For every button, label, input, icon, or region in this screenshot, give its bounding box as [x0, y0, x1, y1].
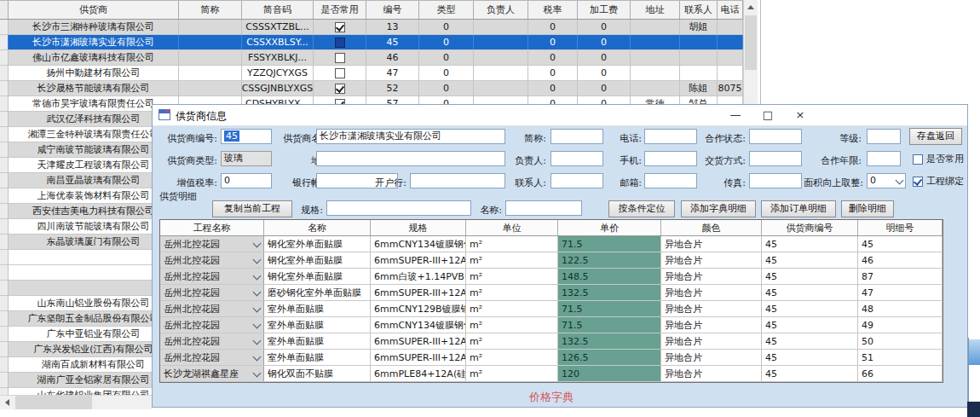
project-combo[interactable]: 岳州北控花园: [160, 252, 264, 268]
locate-button[interactable]: 按条件定位: [608, 200, 675, 217]
price-cell[interactable]: 71.5: [558, 317, 661, 333]
manager-input[interactable]: [551, 151, 603, 166]
project-combo[interactable]: 岳州北控花园: [160, 269, 264, 284]
save-return-button[interactable]: 存盘返回: [909, 128, 962, 145]
project-combo[interactable]: 岳州北控花园: [160, 285, 264, 300]
grade-input[interactable]: [867, 129, 901, 144]
contact-input[interactable]: [551, 173, 603, 188]
detail-column-header[interactable]: 供货商编号: [762, 220, 858, 235]
supplier-row[interactable]: 长沙市三湘特种玻璃有限公司CSSSXTZBL...13000胡姐: [0, 20, 757, 35]
grid-cell: CSSGJNBLYXGS: [242, 81, 314, 96]
checkbox[interactable]: [335, 53, 345, 63]
detail-column-header[interactable]: 单价: [558, 220, 661, 235]
grid-column-header[interactable]: 负责人: [474, 1, 528, 19]
supplier-row[interactable]: 长沙市潇湘玻璃实业有限公司CSSXXBLSY...45000: [0, 35, 757, 50]
detail-row[interactable]: 长沙龙湖祺鑫星座钢化双面不贴膜6mmPLE84+12A(硅酮胶...m²120异…: [160, 366, 943, 382]
supplier-row[interactable]: 佛山市亿鑫玻璃科技有限公司FSSYXBLKJ...46000: [0, 50, 757, 66]
close-button[interactable]: ×: [787, 105, 814, 125]
detail-row[interactable]: 岳州北控花园磨砂钢化室外单面贴膜6mmSUPER-III+12A(硅...m²1…: [160, 285, 943, 301]
binding-checkbox[interactable]: 工程绑定: [913, 175, 964, 188]
add-dict-button[interactable]: 添加字典明细: [681, 200, 756, 217]
scrollbar-thumb[interactable]: [745, 15, 757, 70]
price-cell[interactable]: 132.5: [558, 285, 661, 300]
detail-row[interactable]: 岳州北控花园钢化室外单面贴膜6mmCNY134镀膜钢化m²71.5异地合片454…: [160, 236, 943, 252]
checkbox[interactable]: [913, 177, 923, 187]
grid-column-header[interactable]: 联系人: [680, 1, 718, 19]
short-name-input[interactable]: [551, 129, 603, 144]
checkbox-cell[interactable]: [314, 81, 366, 96]
grid-column-header[interactable]: 加工费: [578, 1, 631, 19]
detail-column-header[interactable]: 名称: [264, 220, 371, 235]
grid-column-header[interactable]: 税率: [528, 1, 578, 19]
dialog-titlebar[interactable]: 供货商信息 — □ ×: [153, 105, 967, 126]
round-up-combo[interactable]: 0: [867, 173, 906, 188]
supplier-row[interactable]: 扬州中勤建材有限公司YZZQJCYXGS47000: [0, 66, 757, 81]
checkbox[interactable]: [335, 38, 345, 48]
address-input[interactable]: [316, 151, 505, 166]
project-combo[interactable]: 长沙龙湖祺鑫星座: [160, 366, 264, 381]
grid-column-header[interactable]: 电话: [718, 1, 743, 19]
detail-column-header[interactable]: 明细号: [858, 220, 943, 235]
detail-column-header[interactable]: 单位: [466, 220, 558, 235]
price-cell[interactable]: 120: [558, 366, 661, 381]
checkbox-cell[interactable]: [314, 50, 366, 65]
project-combo[interactable]: 岳州北控花园: [160, 301, 264, 316]
spec-input[interactable]: [326, 200, 471, 216]
detail-row[interactable]: 岳州北控花园钢化室外单面贴膜6mmSUPER-III+12A(硅...m²122…: [160, 252, 943, 269]
grid-column-header[interactable]: 简音码: [242, 1, 314, 19]
grid-column-header[interactable]: 地址: [631, 1, 680, 19]
grid-column-header[interactable]: 供货商: [9, 1, 179, 19]
price-cell[interactable]: 71.5: [558, 236, 661, 252]
supplier-name-input[interactable]: 长沙市潇湘玻璃实业有限公司: [316, 129, 505, 144]
detail-column-header[interactable]: 规格: [371, 220, 466, 235]
delivery-input[interactable]: [749, 151, 802, 166]
scroll-up-icon[interactable]: [744, 0, 758, 14]
scroll-left-icon[interactable]: [0, 396, 14, 409]
maximize-button[interactable]: □: [754, 105, 781, 125]
supplier-type-input[interactable]: 玻璃: [221, 151, 272, 166]
checkbox-cell[interactable]: [314, 66, 366, 80]
common-checkbox[interactable]: 是否常用: [913, 153, 964, 165]
project-combo[interactable]: 岳州北控花园: [160, 333, 264, 349]
checkbox[interactable]: [913, 154, 923, 165]
horizontal-scrollbar[interactable]: [0, 395, 152, 409]
detail-row[interactable]: 岳州北控花园室外单面贴膜6mmSUPER-III+12A(硅...m²126.5…: [160, 350, 943, 366]
bank-input[interactable]: [410, 173, 505, 188]
detail-row[interactable]: 岳州北控花园室外单面贴膜6mmCNY134镀膜钢化m²71.5异地合片4549: [160, 317, 943, 333]
scrollbar-thumb[interactable]: [15, 396, 92, 409]
price-cell[interactable]: 71.5: [558, 301, 661, 316]
detail-row[interactable]: 岳州北控花园室外单面贴膜6mmSUPER-III+12A(硅...m²132.5…: [160, 333, 943, 350]
detail-column-header[interactable]: 工程名称: [160, 220, 264, 235]
grid-column-header[interactable]: 简称: [179, 1, 242, 19]
detail-column-header[interactable]: 颜色: [661, 220, 762, 235]
supplier-no-cell: 45: [762, 301, 858, 316]
price-cell[interactable]: 132.5: [558, 333, 661, 349]
checkbox-cell[interactable]: [314, 35, 366, 49]
add-order-button[interactable]: 添加订单明细: [761, 200, 836, 217]
project-combo[interactable]: 岳州北控花园: [160, 236, 264, 252]
grid-column-header[interactable]: 是否常用: [314, 1, 366, 19]
grid-column-header[interactable]: 类型: [419, 1, 474, 19]
price-cell[interactable]: 122.5: [558, 252, 661, 268]
checkbox[interactable]: [335, 68, 345, 78]
delete-detail-button[interactable]: 删除明细: [841, 200, 894, 217]
supplier-no-input[interactable]: 45: [221, 129, 272, 144]
supplier-row[interactable]: 长沙晟格节能玻璃有限公司CSSGJNBLYXGS52000陈姐180751: [0, 81, 757, 96]
project-combo[interactable]: 岳州北控花园: [160, 350, 264, 365]
grid-cell: [631, 66, 680, 80]
project-combo[interactable]: 岳州北控花园: [160, 317, 264, 333]
vat-input[interactable]: 0: [221, 173, 272, 188]
checkbox[interactable]: [335, 22, 345, 32]
minimize-button[interactable]: —: [722, 105, 749, 125]
price-cell[interactable]: 148.5: [558, 269, 661, 284]
price-cell[interactable]: 126.5: [558, 350, 661, 365]
detail-row[interactable]: 岳州北控花园室外单面贴膜6mmCNY129B镀膜钢化m²71.5异地合片4548: [160, 301, 943, 317]
name-input[interactable]: [505, 200, 582, 216]
detail-row[interactable]: 岳州北控花园钢化室外单面贴膜6mm白玻+1.14PVB+6mm...m²148.…: [160, 269, 943, 285]
checkbox[interactable]: [335, 84, 345, 94]
coop-years-input[interactable]: [867, 151, 901, 166]
copy-project-button[interactable]: 复制当前工程: [212, 200, 292, 217]
grid-column-header[interactable]: 编号: [366, 1, 419, 19]
coop-status-input[interactable]: [749, 129, 802, 144]
checkbox-cell[interactable]: [314, 20, 366, 34]
